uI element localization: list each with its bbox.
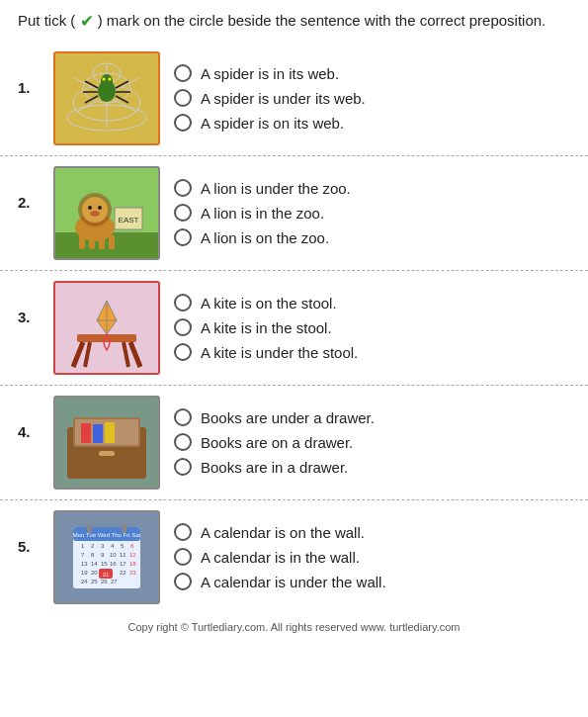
option-4-3[interactable]: Books are in a drawer. xyxy=(174,458,570,476)
question-number-3: 3. xyxy=(18,281,40,325)
radio-1-2[interactable] xyxy=(174,89,192,107)
svg-text:EAST: EAST xyxy=(119,216,139,224)
option-text-1-2: A spider is under its web. xyxy=(201,90,366,107)
svg-rect-32 xyxy=(109,235,115,249)
question-number-1: 1. xyxy=(18,51,40,96)
question-number-4: 4. xyxy=(18,396,40,440)
svg-text:12: 12 xyxy=(129,552,136,558)
svg-rect-49 xyxy=(99,451,115,456)
svg-text:25: 25 xyxy=(91,579,98,584)
svg-point-9 xyxy=(101,74,113,88)
svg-text:20: 20 xyxy=(91,570,98,576)
svg-text:26: 26 xyxy=(101,579,108,584)
option-1-2[interactable]: A spider is under its web. xyxy=(174,89,570,107)
option-2-3[interactable]: A lion is on the zoo. xyxy=(174,228,570,246)
question-image-2: EAST xyxy=(53,166,160,260)
radio-3-3[interactable] xyxy=(174,343,192,361)
radio-4-2[interactable] xyxy=(174,433,192,451)
drawer-image xyxy=(55,398,158,488)
option-text-4-3: Books are in a drawer. xyxy=(201,459,348,476)
svg-point-26 xyxy=(88,206,92,210)
svg-text:22: 22 xyxy=(120,570,126,576)
svg-rect-30 xyxy=(89,235,95,249)
option-3-1[interactable]: A kite is on the stool. xyxy=(174,294,570,312)
option-5-1[interactable]: A calendar is on the wall. xyxy=(174,523,570,541)
option-text-5-3: A calendar is under the wall. xyxy=(201,574,386,590)
header-text-before: Put tick ( xyxy=(18,12,75,29)
question-image-3 xyxy=(53,281,160,375)
calendar-image: Mon Tue Wed Thu Fri Sat 1 2 3 4 5 6 7 8 … xyxy=(55,512,158,602)
question-row-1: 1. A xyxy=(0,42,588,156)
svg-rect-48 xyxy=(105,422,115,443)
svg-rect-47 xyxy=(93,424,103,443)
option-text-2-2: A lion is in the zoo. xyxy=(201,205,324,222)
radio-5-2[interactable] xyxy=(174,548,192,566)
options-5: A calendar is on the wall. A calendar is… xyxy=(174,523,570,590)
option-5-3[interactable]: A calendar is under the wall. xyxy=(174,573,570,590)
option-2-2[interactable]: A lion is in the zoo. xyxy=(174,204,570,222)
svg-text:19: 19 xyxy=(81,570,88,576)
spider-image xyxy=(55,53,158,143)
svg-text:13: 13 xyxy=(81,561,88,567)
svg-text:24: 24 xyxy=(81,579,88,584)
radio-1-3[interactable] xyxy=(174,114,192,132)
option-text-2-3: A lion is on the zoo. xyxy=(201,229,329,246)
radio-1-1[interactable] xyxy=(174,64,192,82)
option-text-2-1: A lion is under the zoo. xyxy=(201,180,351,197)
option-text-5-2: A calendar is in the wall. xyxy=(201,549,360,566)
question-row-5: 5. Mon Tue Wed Thu Fri Sat 1 2 3 4 5 6 7… xyxy=(0,500,588,614)
header-text-after: ) mark on the circle beside the sentence… xyxy=(98,12,546,29)
radio-3-2[interactable] xyxy=(174,318,192,336)
footer-copyright: Copy right © Turtlediary.com. All rights… xyxy=(0,614,588,638)
question-row-2: 2. EAST A xyxy=(0,156,588,271)
svg-point-10 xyxy=(103,77,106,80)
option-4-1[interactable]: Books are under a drawer. xyxy=(174,408,570,426)
question-image-4 xyxy=(53,396,160,490)
kite-stool-image xyxy=(55,283,158,373)
options-2: A lion is under the zoo. A lion is in th… xyxy=(174,179,570,246)
option-3-2[interactable]: A kite is in the stool. xyxy=(174,318,570,336)
svg-text:14: 14 xyxy=(91,561,98,567)
option-5-2[interactable]: A calendar is in the wall. xyxy=(174,548,570,566)
option-text-3-3: A kite is under the stool. xyxy=(201,344,358,361)
radio-4-1[interactable] xyxy=(174,408,192,426)
tick-icon: ✔ xyxy=(80,10,94,34)
options-4: Books are under a drawer. Books are on a… xyxy=(174,408,570,476)
option-2-1[interactable]: A lion is under the zoo. xyxy=(174,179,570,197)
svg-rect-31 xyxy=(99,235,105,249)
radio-2-3[interactable] xyxy=(174,228,192,246)
option-1-1[interactable]: A spider is in its web. xyxy=(174,64,570,82)
radio-2-1[interactable] xyxy=(174,179,192,197)
svg-text:10: 10 xyxy=(110,552,117,558)
options-3: A kite is on the stool. A kite is in the… xyxy=(174,294,570,361)
option-text-1-3: A spider is on its web. xyxy=(201,115,344,132)
svg-text:15: 15 xyxy=(101,561,108,567)
option-3-3[interactable]: A kite is under the stool. xyxy=(174,343,570,361)
svg-rect-46 xyxy=(81,423,91,443)
svg-point-11 xyxy=(109,77,112,80)
option-1-3[interactable]: A spider is on its web. xyxy=(174,114,570,132)
question-image-1 xyxy=(53,51,160,145)
option-text-1-1: A spider is in its web. xyxy=(201,65,339,82)
option-text-5-1: A calendar is on the wall. xyxy=(201,524,365,541)
svg-text:17: 17 xyxy=(120,561,126,567)
svg-text:21: 21 xyxy=(103,572,110,578)
question-number-2: 2. xyxy=(18,166,40,211)
radio-5-1[interactable] xyxy=(174,523,192,541)
option-text-4-1: Books are under a drawer. xyxy=(201,409,375,426)
option-4-2[interactable]: Books are on a drawer. xyxy=(174,433,570,451)
svg-text:11: 11 xyxy=(120,552,126,558)
svg-text:27: 27 xyxy=(111,579,118,584)
radio-3-1[interactable] xyxy=(174,294,192,312)
option-text-3-2: A kite is in the stool. xyxy=(201,319,332,336)
radio-4-3[interactable] xyxy=(174,458,192,476)
radio-2-2[interactable] xyxy=(174,204,192,222)
svg-text:16: 16 xyxy=(110,561,117,567)
options-1: A spider is in its web. A spider is unde… xyxy=(174,64,570,132)
svg-text:23: 23 xyxy=(129,570,136,576)
option-text-4-2: Books are on a drawer. xyxy=(201,434,353,451)
question-image-5: Mon Tue Wed Thu Fri Sat 1 2 3 4 5 6 7 8 … xyxy=(53,510,160,604)
option-text-3-1: A kite is on the stool. xyxy=(201,295,337,312)
svg-text:Mon Tue Wed Thu Fri Sat: Mon Tue Wed Thu Fri Sat xyxy=(73,532,141,538)
radio-5-3[interactable] xyxy=(174,573,192,590)
